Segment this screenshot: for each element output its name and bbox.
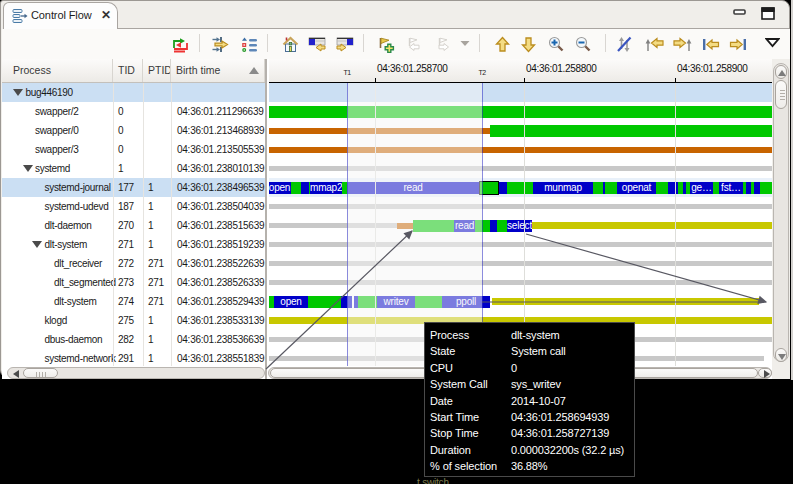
process-row-swapper/3[interactable]: swapper/3004:36:01.213505539 — [2, 140, 265, 159]
select-next-state-change-button[interactable] — [334, 33, 354, 55]
scroll-left-icon[interactable] — [13, 370, 19, 378]
state-segment-syscall-mmap2[interactable]: mmap2 — [310, 182, 342, 195]
timeline-row[interactable]: openwritevppoll — [269, 292, 772, 311]
state-segment-unknown[interactable] — [269, 166, 772, 171]
state-segment-usermode[interactable] — [291, 182, 301, 195]
timeline-row[interactable] — [269, 197, 772, 216]
time-ruler[interactable]: 04:36:01.25870004:36:01.25880004:36:01.2… — [269, 59, 772, 83]
expanded-triangle-icon[interactable] — [23, 165, 33, 172]
previous-marker-button[interactable] — [402, 33, 422, 55]
timeline-row[interactable] — [269, 273, 772, 292]
tree-hscroll-thumb[interactable] — [23, 368, 58, 378]
state-segment-usermode[interactable] — [490, 125, 772, 138]
column-header-process[interactable]: Process — [2, 59, 113, 82]
column-header-ptid[interactable]: PTID — [143, 59, 171, 82]
tab-control-flow[interactable]: Control Flow ✕ — [3, 2, 118, 29]
process-row-dlt_receiver[interactable]: dlt_receiver27227104:36:01.238522639 — [2, 254, 265, 273]
process-row-dbus-daemon[interactable]: dbus-daemon282104:36:01.238536639 — [2, 330, 265, 349]
process-row-swapper/2[interactable]: swapper/2004:36:01.211296639 — [2, 102, 265, 121]
timeline-row[interactable]: readselect — [269, 216, 772, 235]
add-bookmark-button[interactable] — [375, 33, 395, 55]
state-segment-wait_blocked[interactable] — [532, 222, 772, 229]
process-row-systemd[interactable]: systemd104:36:01.238010139 — [2, 159, 265, 178]
timeline-row[interactable] — [269, 159, 772, 178]
select-prev-state-change-button[interactable] — [306, 33, 326, 55]
chart-vscroll-thumb[interactable] — [775, 80, 787, 109]
state-segment-syscall-open[interactable]: open — [274, 296, 308, 309]
process-row-dlt_segmented[interactable]: dlt_segmented27327104:36:01.238526339 — [2, 273, 265, 292]
state-segment-syscall-open[interactable]: open — [269, 182, 291, 195]
timeline-row[interactable] — [269, 83, 772, 102]
move-down-button[interactable] — [518, 33, 538, 55]
follow-cpu-backward-button[interactable] — [643, 33, 663, 55]
timeline-row[interactable]: openmmap2readmunmapopenatge…fst… — [269, 178, 772, 197]
previous-event-button[interactable] — [699, 33, 719, 55]
scroll-up-icon[interactable] — [778, 70, 786, 76]
column-header-birth-time[interactable]: Birth time — [171, 59, 265, 82]
optimize-button[interactable] — [210, 33, 230, 55]
column-header-tid[interactable]: TID — [113, 59, 143, 82]
state-segment-syscall[interactable] — [668, 182, 678, 195]
next-marker-button[interactable] — [432, 33, 452, 55]
state-segment-usermode[interactable] — [507, 182, 533, 195]
state-segment-syscall[interactable] — [490, 220, 497, 233]
scroll-right-icon[interactable] — [764, 370, 770, 378]
state-segment-usermode[interactable] — [593, 182, 603, 195]
timeline-row[interactable] — [269, 254, 772, 273]
process-row-klogd[interactable]: klogd275104:36:01.238533139 — [2, 311, 265, 330]
zoom-in-button[interactable] — [546, 33, 566, 55]
state-segment-syscall[interactable] — [301, 182, 309, 195]
process-row-swapper/0[interactable]: swapper/0004:36:01.213468939 — [2, 121, 265, 140]
tab-close-icon[interactable]: ✕ — [99, 8, 113, 23]
state-segment-syscall-openat[interactable]: openat — [617, 182, 656, 195]
timeline-row[interactable] — [269, 235, 772, 254]
process-row-systemd-udevd[interactable]: systemd-udevd187104:36:01.238504039 — [2, 197, 265, 216]
tree-hscrollbar[interactable] — [7, 367, 265, 379]
scroll-down-button[interactable] — [775, 348, 787, 362]
follow-cpu-forward-button[interactable] — [671, 33, 691, 55]
process-row-dlt-system[interactable]: dlt-system27427104:36:01.238529439 — [2, 292, 265, 311]
state-segment-unknown[interactable] — [269, 204, 772, 209]
process-row-systemd-network[interactable]: systemd-network291104:36:01.238551839 — [2, 349, 265, 368]
process-row-systemd-journal[interactable]: systemd-journal177104:36:01.238496539 — [2, 178, 265, 197]
state-segment-usermode[interactable] — [269, 106, 772, 119]
zoom-out-button[interactable] — [573, 33, 593, 55]
state-segment-usermode[interactable] — [760, 182, 772, 195]
expanded-triangle-icon[interactable] — [13, 89, 23, 96]
state-segment-unknown[interactable] — [269, 261, 772, 266]
minimize-icon[interactable] — [731, 5, 749, 23]
state-segment-unknown[interactable] — [269, 280, 772, 285]
timeline-row[interactable] — [269, 140, 772, 159]
view-menu-button[interactable] — [763, 33, 783, 55]
state-segment-syscall[interactable] — [499, 182, 507, 195]
state-segment-usermode[interactable] — [605, 182, 617, 195]
expanded-triangle-icon[interactable] — [32, 241, 42, 248]
state-segment-wait_blocked[interactable] — [492, 298, 759, 305]
timeline-row[interactable] — [269, 121, 772, 140]
timeline-row[interactable] — [269, 102, 772, 121]
state-segment-syscall-ge[interactable]: ge… — [690, 182, 713, 195]
state-segment-syscall-select[interactable]: select — [507, 220, 532, 233]
chart-scroll-right-button[interactable] — [758, 368, 772, 378]
state-segment-usermode[interactable] — [656, 182, 668, 195]
next-event-button[interactable] — [727, 33, 747, 55]
state-segment-usermode[interactable] — [308, 296, 341, 309]
state-segment-syscall-munmap[interactable]: munmap — [533, 182, 593, 195]
process-row-dlt-system[interactable]: dlt-system271104:36:01.238519239 — [2, 235, 265, 254]
process-row-dlt-daemon[interactable]: dlt-daemon270104:36:01.238515639 — [2, 216, 265, 235]
show-view-filters-button[interactable] — [239, 33, 259, 55]
move-up-button[interactable] — [492, 33, 512, 55]
state-segment-syscall-fst[interactable]: fst… — [719, 182, 743, 195]
chart-vscrollbar[interactable] — [773, 63, 789, 362]
hide-arrows-button[interactable] — [614, 33, 634, 55]
state-segment-unknown[interactable] — [269, 242, 772, 247]
process-row-bug446190[interactable]: bug446190 — [2, 83, 265, 102]
scroll-down-icon[interactable] — [778, 354, 786, 360]
align-views-button[interactable] — [170, 33, 190, 55]
maximize-icon[interactable] — [759, 5, 777, 23]
scroll-up-button[interactable] — [775, 65, 787, 79]
marker-dropdown-button[interactable] — [457, 33, 477, 55]
state-segment-usermode[interactable] — [497, 220, 507, 233]
state-segment-wait_for_cpu[interactable] — [269, 147, 772, 153]
reset-time-scale-button[interactable] — [280, 33, 300, 55]
